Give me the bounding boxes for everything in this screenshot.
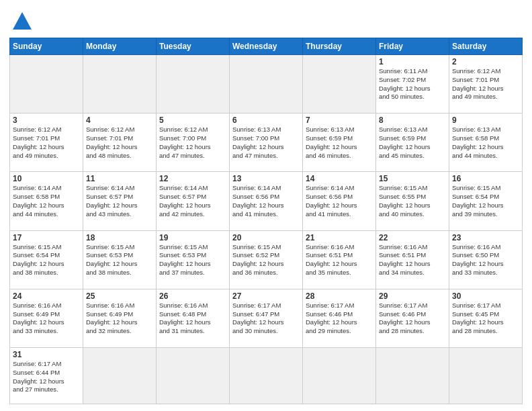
- day-info: Sunrise: 6:13 AM Sunset: 6:58 PM Dayligh…: [452, 126, 519, 160]
- day-number: 18: [86, 233, 153, 242]
- calendar-cell: 14Sunrise: 6:14 AM Sunset: 6:56 PM Dayli…: [303, 172, 376, 230]
- day-number: 17: [13, 233, 80, 242]
- day-info: Sunrise: 6:11 AM Sunset: 7:02 PM Dayligh…: [379, 67, 446, 101]
- weekday-header-wednesday: Wednesday: [230, 38, 303, 55]
- calendar-cell: 26Sunrise: 6:16 AM Sunset: 6:48 PM Dayli…: [157, 289, 230, 347]
- day-number: 31: [13, 350, 80, 359]
- day-info: Sunrise: 6:17 AM Sunset: 6:45 PM Dayligh…: [452, 302, 519, 336]
- day-number: 8: [379, 116, 446, 125]
- calendar-table: SundayMondayTuesdayWednesdayThursdayFrid…: [9, 38, 523, 404]
- calendar-cell: 25Sunrise: 6:16 AM Sunset: 6:49 PM Dayli…: [83, 289, 157, 347]
- day-info: Sunrise: 6:17 AM Sunset: 6:46 PM Dayligh…: [306, 302, 373, 336]
- day-number: 15: [379, 174, 446, 183]
- day-info: Sunrise: 6:15 AM Sunset: 6:53 PM Dayligh…: [159, 243, 226, 277]
- week-row-2: 3Sunrise: 6:12 AM Sunset: 7:01 PM Daylig…: [10, 113, 523, 172]
- calendar-cell: 28Sunrise: 6:17 AM Sunset: 6:46 PM Dayli…: [303, 289, 376, 347]
- day-info: Sunrise: 6:14 AM Sunset: 6:57 PM Dayligh…: [159, 184, 226, 218]
- day-info: Sunrise: 6:12 AM Sunset: 7:00 PM Dayligh…: [159, 126, 226, 160]
- calendar-cell: 17Sunrise: 6:15 AM Sunset: 6:54 PM Dayli…: [10, 230, 83, 289]
- day-info: Sunrise: 6:15 AM Sunset: 6:54 PM Dayligh…: [13, 243, 80, 277]
- calendar-cell: 2Sunrise: 6:12 AM Sunset: 7:01 PM Daylig…: [449, 55, 523, 113]
- day-number: 25: [86, 291, 153, 301]
- day-number: 26: [159, 291, 226, 301]
- day-number: 27: [232, 291, 300, 301]
- day-number: 13: [232, 174, 300, 183]
- week-row-4: 17Sunrise: 6:15 AM Sunset: 6:54 PM Dayli…: [10, 230, 523, 289]
- calendar-cell: 13Sunrise: 6:14 AM Sunset: 6:56 PM Dayli…: [230, 172, 303, 230]
- calendar-cell: 23Sunrise: 6:16 AM Sunset: 6:50 PM Dayli…: [449, 230, 523, 289]
- day-info: Sunrise: 6:15 AM Sunset: 6:54 PM Dayligh…: [452, 184, 519, 218]
- day-info: Sunrise: 6:15 AM Sunset: 6:53 PM Dayligh…: [86, 243, 153, 277]
- day-info: Sunrise: 6:17 AM Sunset: 6:47 PM Dayligh…: [232, 302, 300, 336]
- calendar-cell: 4Sunrise: 6:12 AM Sunset: 7:01 PM Daylig…: [83, 113, 157, 172]
- day-info: Sunrise: 6:12 AM Sunset: 7:01 PM Dayligh…: [86, 126, 153, 160]
- day-number: 11: [86, 174, 153, 183]
- day-number: 14: [306, 174, 373, 183]
- calendar-cell: 18Sunrise: 6:15 AM Sunset: 6:53 PM Dayli…: [83, 230, 157, 289]
- weekday-header-tuesday: Tuesday: [157, 38, 230, 55]
- day-number: 12: [159, 174, 226, 183]
- calendar-cell: 1Sunrise: 6:11 AM Sunset: 7:02 PM Daylig…: [376, 55, 449, 113]
- weekday-header-sunday: Sunday: [10, 38, 83, 55]
- day-info: Sunrise: 6:15 AM Sunset: 6:52 PM Dayligh…: [232, 243, 300, 277]
- week-row-1: 1Sunrise: 6:11 AM Sunset: 7:02 PM Daylig…: [10, 55, 523, 113]
- day-info: Sunrise: 6:13 AM Sunset: 6:59 PM Dayligh…: [379, 126, 446, 160]
- calendar-cell: 20Sunrise: 6:15 AM Sunset: 6:52 PM Dayli…: [230, 230, 303, 289]
- day-number: 30: [452, 291, 519, 301]
- header: [9, 7, 523, 32]
- weekday-header-monday: Monday: [83, 38, 157, 55]
- calendar-cell: [449, 347, 523, 404]
- day-number: 10: [13, 174, 80, 183]
- calendar-cell: 8Sunrise: 6:13 AM Sunset: 6:59 PM Daylig…: [376, 113, 449, 172]
- weekday-header-saturday: Saturday: [449, 38, 523, 55]
- day-number: 9: [452, 116, 519, 125]
- day-number: 19: [159, 233, 226, 242]
- calendar-cell: 9Sunrise: 6:13 AM Sunset: 6:58 PM Daylig…: [449, 113, 523, 172]
- day-number: 28: [306, 291, 373, 301]
- week-row-3: 10Sunrise: 6:14 AM Sunset: 6:58 PM Dayli…: [10, 172, 523, 230]
- logo-area: [9, 7, 38, 32]
- day-info: Sunrise: 6:16 AM Sunset: 6:51 PM Dayligh…: [379, 243, 446, 277]
- calendar-cell: 5Sunrise: 6:12 AM Sunset: 7:00 PM Daylig…: [157, 113, 230, 172]
- day-info: Sunrise: 6:16 AM Sunset: 6:51 PM Dayligh…: [306, 243, 373, 277]
- calendar-cell: 29Sunrise: 6:17 AM Sunset: 6:46 PM Dayli…: [376, 289, 449, 347]
- calendar-cell: 30Sunrise: 6:17 AM Sunset: 6:45 PM Dayli…: [449, 289, 523, 347]
- svg-marker-0: [13, 12, 32, 30]
- calendar-cell: 3Sunrise: 6:12 AM Sunset: 7:01 PM Daylig…: [10, 113, 83, 172]
- calendar-cell: 11Sunrise: 6:14 AM Sunset: 6:57 PM Dayli…: [83, 172, 157, 230]
- day-number: 20: [232, 233, 300, 242]
- calendar-cell: [83, 55, 157, 113]
- day-info: Sunrise: 6:12 AM Sunset: 7:01 PM Dayligh…: [13, 126, 80, 160]
- day-number: 5: [159, 116, 226, 125]
- calendar-cell: 19Sunrise: 6:15 AM Sunset: 6:53 PM Dayli…: [157, 230, 230, 289]
- calendar-cell: [83, 347, 157, 404]
- calendar-cell: [157, 55, 230, 113]
- calendar-cell: 27Sunrise: 6:17 AM Sunset: 6:47 PM Dayli…: [230, 289, 303, 347]
- calendar-cell: 16Sunrise: 6:15 AM Sunset: 6:54 PM Dayli…: [449, 172, 523, 230]
- day-info: Sunrise: 6:16 AM Sunset: 6:48 PM Dayligh…: [159, 302, 226, 336]
- logo-icon: [9, 7, 35, 32]
- calendar-cell: 24Sunrise: 6:16 AM Sunset: 6:49 PM Dayli…: [10, 289, 83, 347]
- calendar-cell: 22Sunrise: 6:16 AM Sunset: 6:51 PM Dayli…: [376, 230, 449, 289]
- calendar-cell: 21Sunrise: 6:16 AM Sunset: 6:51 PM Dayli…: [303, 230, 376, 289]
- day-info: Sunrise: 6:14 AM Sunset: 6:57 PM Dayligh…: [86, 184, 153, 218]
- day-info: Sunrise: 6:17 AM Sunset: 6:46 PM Dayligh…: [379, 302, 446, 336]
- day-info: Sunrise: 6:13 AM Sunset: 7:00 PM Dayligh…: [232, 126, 300, 160]
- calendar-cell: [376, 347, 449, 404]
- day-number: 29: [379, 291, 446, 301]
- week-row-5: 24Sunrise: 6:16 AM Sunset: 6:49 PM Dayli…: [10, 289, 523, 347]
- day-number: 22: [379, 233, 446, 242]
- calendar-cell: 10Sunrise: 6:14 AM Sunset: 6:58 PM Dayli…: [10, 172, 83, 230]
- day-number: 7: [306, 116, 373, 125]
- day-info: Sunrise: 6:14 AM Sunset: 6:58 PM Dayligh…: [13, 184, 80, 218]
- day-number: 1: [379, 57, 446, 66]
- day-info: Sunrise: 6:16 AM Sunset: 6:49 PM Dayligh…: [86, 302, 153, 336]
- calendar-cell: 7Sunrise: 6:13 AM Sunset: 6:59 PM Daylig…: [303, 113, 376, 172]
- day-number: 3: [13, 116, 80, 125]
- calendar-cell: [10, 55, 83, 113]
- day-info: Sunrise: 6:12 AM Sunset: 7:01 PM Dayligh…: [452, 67, 519, 101]
- day-number: 21: [306, 233, 373, 242]
- day-number: 2: [452, 57, 519, 66]
- day-info: Sunrise: 6:17 AM Sunset: 6:44 PM Dayligh…: [13, 360, 80, 394]
- calendar-cell: 12Sunrise: 6:14 AM Sunset: 6:57 PM Dayli…: [157, 172, 230, 230]
